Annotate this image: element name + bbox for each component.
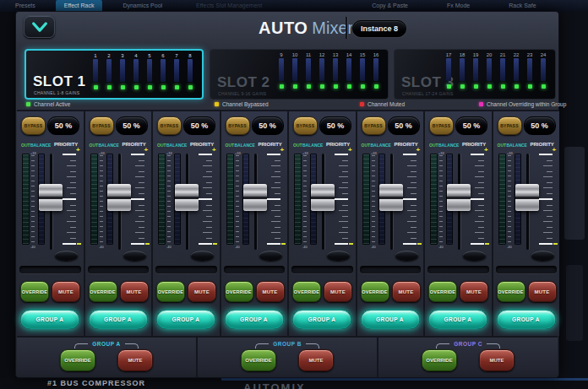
fader-handle[interactable] [175,184,199,211]
priority-tick [543,187,553,188]
tab-effect-rack[interactable]: Effect Rack [56,0,103,12]
fader-handle[interactable] [311,184,335,211]
strip-option-button[interactable] [259,251,282,261]
strip-option-button[interactable] [55,251,78,261]
bypass-button[interactable]: BYPASS [21,116,46,135]
priority-tick [63,198,76,200]
priority-tick [70,182,76,183]
channel-active-led [474,84,478,89]
priority-tick [339,221,348,222]
instance-selector[interactable]: Instance 8 [352,20,406,37]
tab-copy-paste[interactable]: Copy & Paste [363,0,416,12]
group-assign-button[interactable]: GROUP A [20,310,79,329]
priority-minus-tick [281,243,286,245]
auto-mixer-dialog: AUTOMixer Instance 8 SLOT 1CHANNEL 1-8 G… [15,11,559,378]
bypass-button[interactable]: BYPASS [429,116,454,135]
strip-option-button[interactable] [395,251,418,261]
fader-handle[interactable] [447,184,471,211]
channel-active-led [94,85,98,89]
group-override-button[interactable]: OVERRIDE [60,349,95,371]
fader-handle[interactable] [39,184,63,211]
group-override-button[interactable]: OVERRIDE [241,349,276,371]
override-button[interactable]: OVERRIDE [428,281,457,302]
group-assign-button[interactable]: GROUP A [497,310,556,329]
strip-option-button[interactable] [463,251,486,261]
fader-handle[interactable] [515,184,539,211]
channel-number: 11 [306,52,311,57]
strip-option-button[interactable] [327,251,350,261]
mute-button[interactable]: MUTE [120,281,149,302]
collapse-button[interactable] [24,15,55,38]
channel-active-led [361,84,365,89]
out-label: OUT [362,143,371,148]
tab-dynamics-pool[interactable]: Dynamics Pool [114,0,171,12]
group-mute-button[interactable]: MUTE [117,349,153,371]
group-assign-button[interactable]: GROUP A [225,310,284,329]
priority-scale [267,154,280,245]
group-assign-button[interactable]: GROUP A [156,310,215,329]
bypass-button[interactable]: BYPASS [157,116,182,135]
scale-ruler [508,155,511,243]
slot-panel-2[interactable]: SLOT 2CHANNEL 9-16 GAINS910111213141516 [210,49,389,100]
channel-gain-bar [279,58,284,81]
slot-panel-3[interactable]: SLOT 3CHANNEL 17-24 GAINS171819202122232… [394,49,556,100]
bypass-button[interactable]: BYPASS [226,116,250,135]
override-button[interactable]: OVERRIDE [292,281,321,302]
priority-tick [407,165,416,166]
group-assign-button[interactable]: GROUP A [361,310,420,329]
fader-handle[interactable] [107,184,131,211]
override-button[interactable]: OVERRIDE [156,281,185,302]
priority-tick [271,232,280,233]
bypass-button[interactable]: BYPASS [498,116,522,135]
group-override-button[interactable]: OVERRIDE [422,349,457,371]
out-label: OUT [226,143,235,148]
group-assign-button[interactable]: GROUP A [428,310,487,329]
tab-presets[interactable]: Presets [7,0,44,12]
override-button[interactable]: OVERRIDE [497,281,525,302]
bypass-button[interactable]: BYPASS [362,116,386,135]
tab-effects-slot-management[interactable]: Effects Slot Management [188,0,270,12]
mute-button[interactable]: MUTE [52,281,80,302]
group-mute-button[interactable]: MUTE [298,349,334,371]
override-button[interactable]: OVERRIDE [361,281,389,302]
bracket-left [255,343,269,348]
channel-gain-bar [446,58,451,81]
group-assign-button[interactable]: GROUP A [89,310,148,329]
priority-tick [471,154,484,155]
bracket-right [125,343,139,348]
strip-option-button[interactable] [123,251,146,261]
mute-button[interactable]: MUTE [392,281,421,302]
mute-button[interactable]: MUTE [528,281,557,302]
channel-strips: BYPASS50 %OUTBALANCEPRIORITY++33-40OVERR… [17,110,559,336]
channel-active-led [501,84,505,89]
fader-handle[interactable] [243,184,267,211]
override-button[interactable]: OVERRIDE [89,281,117,302]
tab-rack-safe[interactable]: Rack Safe [500,0,544,12]
tab-fx-mode[interactable]: Fx Mode [438,0,478,12]
mute-button[interactable]: MUTE [324,281,352,302]
override-button[interactable]: OVERRIDE [20,281,49,302]
bypass-button[interactable]: BYPASS [293,116,318,135]
legend-dot [360,102,364,106]
mute-button[interactable]: MUTE [256,281,285,302]
group-mute-button[interactable]: MUTE [479,349,514,371]
mute-button[interactable]: MUTE [188,281,216,302]
mute-button[interactable]: MUTE [460,281,488,302]
slot-panel-1[interactable]: SLOT 1CHANNEL 1-8 GAINS12345678 [24,49,204,100]
priority-tick [471,243,484,245]
gain-percent-display: 50 % [116,116,148,135]
out-label: OUT [429,143,438,148]
fader-handle[interactable] [379,184,403,211]
bypass-button[interactable]: BYPASS [90,116,114,135]
priority-tick [543,176,553,177]
override-button[interactable]: OVERRIDE [225,281,253,302]
priority-minus-tick [485,243,489,245]
balance-label: BALANCE [302,143,323,148]
gain-percent-display: 50 % [455,116,487,135]
group-assign-button[interactable]: GROUP A [292,310,351,329]
strip-option-button[interactable] [531,251,554,261]
strip-option-button[interactable] [191,251,214,261]
channel-gain-bar [319,58,324,81]
channel-gain-bar [460,58,465,81]
out-meter [294,154,302,245]
